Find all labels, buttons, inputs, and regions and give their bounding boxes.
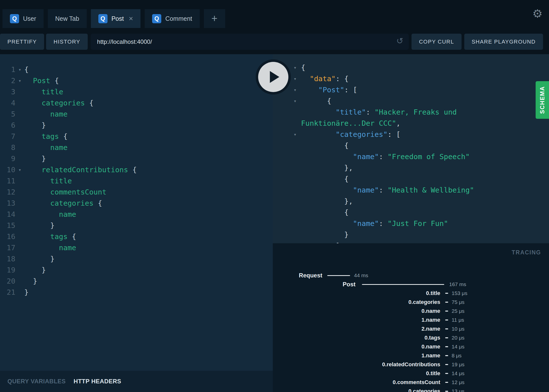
tracing-resolver-row: 0.title14 μs — [273, 369, 549, 378]
tracing-resolver-row: 0.commentsCount12 μs — [273, 378, 549, 387]
dash-icon — [445, 382, 448, 383]
fold-arrow-icon[interactable]: ▾ — [15, 164, 24, 175]
dash-icon — [445, 355, 448, 356]
dash-icon — [445, 337, 448, 338]
query-line: 3 title — [0, 86, 273, 98]
plus-icon: + — [211, 13, 218, 24]
tab-bar: Q User New Tab Q Post × Q Comment + ⚙ — [0, 0, 549, 28]
response-line: { — [273, 140, 549, 151]
fold-arrow-icon[interactable]: ▾ — [273, 129, 301, 140]
response-line: ▾ "categories": [ — [273, 129, 549, 140]
tracing-resolver-row: 0.title153 μs — [273, 289, 549, 298]
reload-schema-icon[interactable]: ↺ — [396, 37, 404, 45]
tab-comment[interactable]: Q Comment — [145, 9, 199, 28]
play-icon — [270, 71, 279, 83]
query-line: 13 categories { — [0, 198, 273, 209]
close-tab-icon[interactable]: × — [129, 15, 133, 22]
tab-label: Comment — [165, 15, 192, 22]
query-line: 12 commentsCount — [0, 187, 273, 198]
response-viewer: ▾{ ▾ "data": { ▾ "Post": [ ▾ { "title": … — [273, 54, 549, 243]
query-line: 19 } — [0, 265, 273, 276]
schema-tab-label: SCHEMA — [539, 86, 546, 114]
response-line: ▾{ — [273, 62, 549, 73]
tracing-post-row: Post167 ms — [273, 280, 549, 289]
tracing-rows: Request44 ms Post167 ms 0.title153 μs 0.… — [273, 271, 549, 392]
query-line: 2▾ Post { — [0, 75, 273, 86]
query-variables-tab[interactable]: QUERY VARIABLES — [7, 378, 66, 385]
share-playground-button[interactable]: SHARE PLAYGROUND — [464, 34, 543, 50]
response-line: ] — [273, 240, 549, 243]
tab-label: User — [23, 15, 36, 22]
tracing-panel: TRACING Request44 ms Post167 ms 0.title1… — [273, 243, 549, 392]
fold-arrow-icon[interactable]: ▾ — [273, 96, 301, 107]
query-line: 16 tags { — [0, 231, 273, 242]
query-line: 20 } — [0, 276, 273, 287]
query-line: 21} — [0, 287, 273, 298]
dash-icon — [445, 364, 448, 365]
endpoint-url-input[interactable] — [91, 34, 409, 50]
tab-post[interactable]: Q Post × — [91, 9, 141, 28]
add-tab-button[interactable]: + — [204, 9, 225, 28]
response-line: ▾ "Post": [ — [273, 84, 549, 96]
query-line: 9 } — [0, 153, 273, 164]
query-tab-icon: Q — [98, 14, 108, 23]
query-line: 18 } — [0, 253, 273, 265]
tracing-resolver-row: 2.name10 μs — [273, 324, 549, 333]
schema-side-tab[interactable]: SCHEMA — [536, 81, 549, 119]
query-tab-icon: Q — [10, 14, 19, 23]
history-button[interactable]: HISTORY — [46, 34, 88, 50]
response-line: "name": "Freedom of Speech" — [273, 151, 549, 162]
dash-icon — [445, 346, 448, 347]
tracing-resolver-row: 0.categories75 μs — [273, 298, 549, 307]
tracing-request-row: Request44 ms — [273, 271, 549, 280]
response-line: Funktionäre...Der CCC", — [273, 118, 549, 129]
response-line: "name": "Just For Fun" — [273, 218, 549, 229]
dash-icon — [445, 391, 448, 392]
execute-query-button[interactable] — [258, 62, 288, 92]
response-line: "name": "Health & Wellbeing" — [273, 185, 549, 196]
response-line: }, — [273, 162, 549, 173]
tab-label: New Tab — [55, 15, 79, 22]
response-line: "title": "Hacker, Freaks und — [273, 107, 549, 118]
timeline-bar — [327, 275, 350, 276]
tracing-resolver-row: 1.name11 μs — [273, 316, 549, 324]
dash-icon — [445, 373, 448, 374]
prettify-button[interactable]: PRETTIFY — [0, 34, 44, 50]
http-headers-tab[interactable]: HTTP HEADERS — [74, 378, 121, 385]
response-line: ▾ { — [273, 96, 549, 107]
query-line: 14 name — [0, 209, 273, 220]
response-line: ▾ "data": { — [273, 73, 549, 84]
response-line: { — [273, 173, 549, 185]
fold-arrow-icon[interactable]: ▾ — [15, 75, 24, 86]
query-line: 1▾{ — [0, 64, 273, 75]
response-line: { — [273, 207, 549, 218]
url-field-wrap: ↺ — [91, 34, 409, 50]
tracing-resolver-row: 0.name14 μs — [273, 342, 549, 351]
tab-new-tab[interactable]: New Tab — [48, 9, 87, 28]
tracing-resolver-row: 1.name8 μs — [273, 351, 549, 360]
tab-label: Post — [111, 15, 124, 22]
query-line: 15 } — [0, 220, 273, 231]
header: Q User New Tab Q Post × Q Comment + ⚙ PR… — [0, 0, 549, 54]
response-line: }, — [273, 196, 549, 207]
dash-icon — [445, 293, 448, 294]
query-line: 10▾ relatedContributions { — [0, 164, 273, 175]
query-editor[interactable]: 1▾{ 2▾ Post { 3 title 4 categories { 5 n… — [0, 54, 273, 371]
tracing-resolver-row: 0.name25 μs — [273, 307, 549, 316]
query-line: 4 categories { — [0, 98, 273, 109]
tracing-resolver-row: 0.tags20 μs — [273, 333, 549, 342]
dash-icon — [445, 302, 448, 303]
dash-icon — [445, 311, 448, 312]
response-line: } — [273, 229, 549, 240]
settings-gear-icon[interactable]: ⚙ — [532, 8, 543, 19]
tracing-resolver-row: 0.categories13 μs — [273, 387, 549, 392]
query-line: 8 name — [0, 142, 273, 153]
toolbar: PRETTIFY HISTORY ↺ COPY CURL SHARE PLAYG… — [0, 34, 549, 50]
fold-arrow-icon[interactable]: ▾ — [15, 64, 24, 75]
query-line: 5 name — [0, 109, 273, 120]
query-line: 7 tags { — [0, 131, 273, 142]
dash-icon — [445, 328, 448, 329]
copy-curl-button[interactable]: COPY CURL — [412, 34, 461, 50]
tab-user[interactable]: Q User — [2, 9, 44, 28]
query-line: 6 } — [0, 120, 273, 131]
